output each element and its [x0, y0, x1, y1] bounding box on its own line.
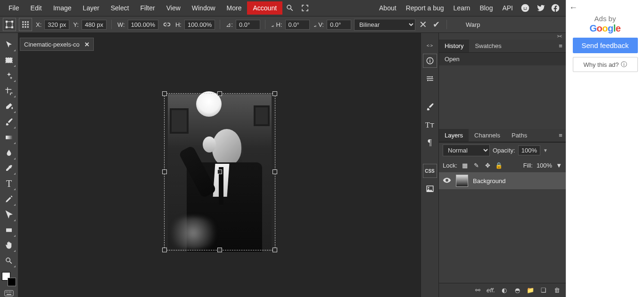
handle-top-mid[interactable] — [217, 91, 222, 96]
menu-window[interactable]: Window — [186, 1, 221, 15]
blend-mode-select[interactable]: Normal — [443, 144, 490, 156]
menu-account[interactable]: Account — [247, 1, 282, 15]
paragraph-panel-icon[interactable]: ¶ — [423, 136, 437, 150]
history-menu-icon[interactable]: ≡ — [555, 42, 566, 49]
y-value[interactable]: 480 px — [82, 20, 107, 30]
document-tab[interactable]: Cinematic-pexels-co ✕ — [20, 38, 94, 51]
opacity-value[interactable]: 100% — [518, 145, 540, 155]
crop-tool[interactable] — [2, 84, 16, 98]
twitter-icon[interactable] — [535, 2, 546, 14]
link-learn[interactable]: Learn — [449, 1, 475, 15]
color-swatch[interactable] — [2, 272, 16, 286]
menu-image[interactable]: Image — [48, 1, 77, 15]
search-icon[interactable] — [284, 2, 296, 14]
wand-tool[interactable] — [2, 69, 16, 83]
tab-paths[interactable]: Paths — [506, 129, 533, 142]
handle-bottom-right[interactable] — [272, 248, 277, 252]
layers-menu-icon[interactable]: ≡ — [555, 132, 566, 139]
x-value[interactable]: 320 px — [44, 20, 69, 30]
link-api[interactable]: API — [497, 1, 518, 15]
link-aspect-icon[interactable] — [161, 19, 172, 30]
panel-collapse-icon[interactable]: >< — [439, 33, 566, 40]
collapse-icon[interactable]: <·> — [427, 43, 433, 48]
link-blog[interactable]: Blog — [475, 1, 497, 15]
reddit-icon[interactable] — [520, 2, 531, 14]
visibility-icon[interactable] — [443, 176, 451, 186]
lock-all-icon[interactable]: 🔒 — [495, 161, 503, 169]
brush-panel-icon[interactable] — [423, 100, 437, 114]
angle-value[interactable]: 0.0° — [236, 20, 260, 30]
menu-file[interactable]: File — [3, 1, 25, 15]
facebook-icon[interactable] — [550, 2, 561, 14]
menu-layer[interactable]: Layer — [77, 1, 105, 15]
lock-move-icon[interactable]: ✥ — [484, 161, 491, 169]
tab-layers[interactable]: Layers — [439, 129, 469, 142]
handle-bottom-left[interactable] — [162, 248, 167, 252]
workspace[interactable]: Cinematic-pexels-co ✕ — [18, 33, 421, 297]
gradient-tool[interactable] — [2, 130, 16, 144]
path-select-tool[interactable] — [2, 208, 16, 222]
image-panel-icon[interactable] — [423, 182, 437, 196]
transform-preset-icon[interactable] — [3, 18, 16, 31]
interpolation-select[interactable]: Bilinear — [354, 19, 415, 31]
delete-layer-icon[interactable]: 🗑 — [553, 286, 561, 295]
confirm-transform-icon[interactable]: ✔ — [431, 19, 442, 30]
handle-top-left[interactable] — [162, 91, 167, 96]
close-tab-icon[interactable]: ✕ — [84, 41, 90, 48]
link-layers-icon[interactable]: ⚯ — [473, 286, 482, 295]
lock-paint-icon[interactable]: ✎ — [472, 161, 480, 169]
reference-point-icon[interactable] — [19, 18, 32, 31]
blur-tool[interactable] — [2, 146, 16, 160]
layer-thumbnail[interactable] — [456, 175, 468, 187]
new-layer-icon[interactable]: ❏ — [539, 286, 548, 295]
text-tool[interactable]: T — [2, 177, 16, 191]
lock-transparency-icon[interactable]: ▦ — [461, 161, 469, 169]
tab-swatches[interactable]: Swatches — [469, 40, 507, 52]
layer-name[interactable]: Background — [473, 177, 505, 185]
menu-filter[interactable]: Filter — [135, 1, 161, 15]
hand-tool[interactable] — [2, 239, 16, 253]
move-tool[interactable] — [2, 38, 16, 52]
menu-select[interactable]: Select — [105, 1, 135, 15]
w-value[interactable]: 100.00% — [128, 20, 158, 30]
handle-top-right[interactable] — [272, 91, 277, 96]
eyedropper-tool[interactable] — [2, 161, 16, 176]
history-entry-open[interactable]: Open — [439, 53, 566, 65]
adjustment-layer-icon[interactable]: ◓ — [513, 286, 521, 295]
menu-view[interactable]: View — [161, 1, 186, 15]
layer-row-background[interactable]: Background — [439, 172, 566, 189]
fill-value[interactable]: 100% — [537, 162, 552, 169]
transform-bounding-box[interactable] — [164, 93, 275, 250]
layer-effects-icon[interactable]: eff. — [487, 286, 495, 295]
menu-more[interactable]: More — [221, 1, 248, 15]
skew-h-value[interactable]: 0.0° — [285, 20, 310, 30]
fill-dropdown-icon[interactable]: ▼ — [556, 162, 562, 169]
send-feedback-button[interactable]: Send feedback — [573, 38, 638, 53]
pen-tool[interactable] — [2, 192, 16, 206]
css-panel-icon[interactable]: CSS — [423, 164, 437, 178]
handle-bottom-mid[interactable] — [217, 248, 222, 252]
shape-tool[interactable] — [2, 223, 16, 237]
tab-history[interactable]: History — [439, 40, 469, 52]
link-about[interactable]: About — [374, 1, 401, 15]
info-panel-icon[interactable] — [423, 54, 437, 68]
opacity-dropdown-icon[interactable]: ▼ — [543, 148, 548, 153]
zoom-tool[interactable] — [2, 254, 16, 268]
marquee-tool[interactable] — [2, 53, 16, 67]
brush-tool[interactable] — [2, 115, 16, 129]
menu-edit[interactable]: Edit — [25, 1, 48, 15]
tab-channels[interactable]: Channels — [469, 129, 506, 142]
fill-tool[interactable] — [2, 99, 16, 113]
character-panel-icon[interactable]: Tᴛ — [423, 118, 437, 132]
keyboard-icon[interactable] — [3, 289, 15, 297]
warp-button[interactable]: Warp — [466, 21, 480, 28]
why-this-ad-button[interactable]: Why this ad?ⓘ — [573, 57, 638, 72]
link-report-bug[interactable]: Report a bug — [401, 1, 449, 15]
layer-mask-icon[interactable]: ◐ — [500, 286, 508, 295]
adjustments-panel-icon[interactable] — [423, 72, 437, 86]
cancel-transform-icon[interactable]: ✕ — [418, 19, 429, 30]
skew-v-value[interactable]: 0.0° — [327, 20, 351, 30]
handle-center[interactable] — [217, 169, 222, 174]
handle-mid-left[interactable] — [162, 169, 167, 174]
handle-mid-right[interactable] — [272, 169, 277, 174]
